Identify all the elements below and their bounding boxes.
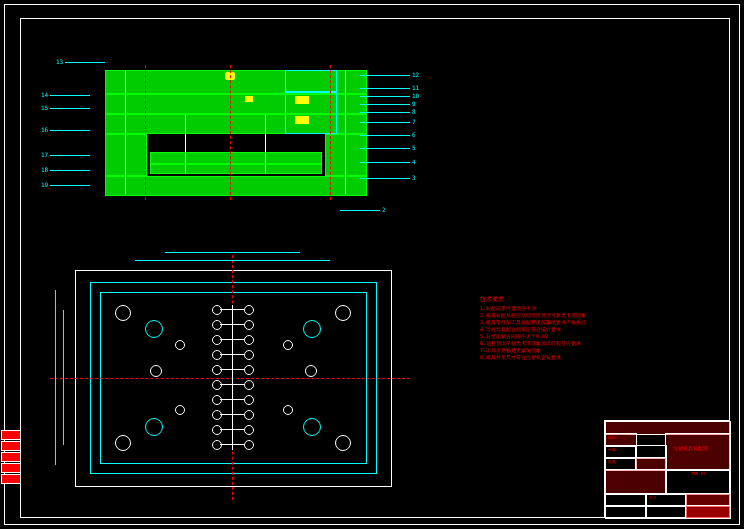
callout-3: 3: [412, 174, 416, 181]
leader: [360, 75, 410, 76]
cav: [212, 320, 222, 330]
cav: [212, 410, 222, 420]
hole-bl: [115, 435, 131, 451]
cav: [244, 320, 254, 330]
side-tab: [1, 474, 21, 484]
leader: [50, 95, 90, 96]
main-runner: [232, 305, 233, 450]
tb-designer: 设计: [608, 435, 616, 440]
dim-line: [135, 260, 330, 261]
notes-line-2: 2.模具装配后各运动部件应灵活可靠无卡滞现象: [480, 312, 586, 319]
notes-line-1: 1.装配前零件需清洗干净: [480, 305, 536, 312]
plan-view: [75, 270, 390, 485]
side-tab: [1, 463, 21, 473]
cav: [212, 365, 222, 375]
centerline-1: [145, 65, 146, 200]
notes-line-4: 4.导柱导套配合间隙应符合设计要求: [480, 326, 561, 333]
cav: [212, 305, 222, 315]
title-block: 注塑模具装配图 设计 审核 批准 1:1 ZSM-01: [604, 420, 730, 518]
callout-5: 5: [412, 144, 416, 151]
leader: [360, 148, 410, 149]
callout-10: 10: [412, 92, 419, 99]
leader: [360, 162, 410, 163]
centerline-3: [330, 65, 331, 200]
cad-canvas: 12 11 10 9 8 7 6 5 4 3 2 13 14 15 16 17 …: [0, 0, 744, 529]
leader: [360, 135, 410, 136]
section-view: [85, 70, 385, 210]
callout-7: 7: [412, 118, 416, 125]
hole-i4: [283, 340, 293, 350]
hole-tr: [335, 305, 351, 321]
hole-i6: [283, 405, 293, 415]
bolt-1: [125, 70, 126, 194]
cav: [244, 440, 254, 450]
callout-18: 18: [41, 166, 48, 173]
guide-4: [303, 418, 321, 436]
tb-checker: 审核: [608, 447, 616, 452]
notes-line-6: 6.顶杆顶出平稳无卡滞现象顶出行程符合要求: [480, 340, 581, 347]
callout-8: 8: [412, 108, 416, 115]
riser-right: [325, 134, 367, 176]
callout-17: 17: [41, 151, 48, 158]
leader: [360, 104, 410, 105]
callout-11: 11: [412, 84, 419, 91]
leader: [50, 108, 90, 109]
cav: [244, 395, 254, 405]
callout-6: 6: [412, 131, 416, 138]
pin-1: [185, 114, 186, 174]
feature-3: [245, 96, 253, 102]
callout-4: 4: [412, 158, 416, 165]
notes-line-5: 5.分型面贴合间隙不大于0.02: [480, 333, 548, 340]
cav: [244, 410, 254, 420]
dim-line: [63, 310, 64, 445]
callout-16: 16: [41, 126, 48, 133]
hole-i1: [150, 365, 162, 377]
notes-line-3: 3.模具零件加工及装配精度按图纸要求严格执行: [480, 319, 586, 326]
tb-drawing-name: 注塑模具装配图: [673, 445, 708, 451]
cavity-array: [210, 300, 256, 455]
leader: [50, 130, 90, 131]
riser-left: [105, 134, 147, 176]
tb-drawing-no: ZSM-01: [691, 471, 705, 476]
pin-2: [265, 114, 266, 174]
cav: [244, 425, 254, 435]
leader: [50, 170, 90, 171]
dim-line: [165, 252, 300, 253]
cav: [244, 305, 254, 315]
guide-3: [145, 418, 163, 436]
hole-i5: [175, 405, 185, 415]
guide-1: [145, 320, 163, 338]
leader: [360, 122, 410, 123]
ejector-plate: [150, 152, 322, 164]
notes-line-7: 7.冷却水路畅通无渗漏现象: [480, 347, 541, 354]
notes-line-8: 8.模具外形尺寸符合注塑机安装要求: [480, 354, 561, 361]
tb-cell: [665, 433, 731, 471]
tb-cell: [605, 469, 667, 495]
hole-i3: [175, 340, 185, 350]
tb-scale: 1:1: [649, 495, 656, 500]
leader: [65, 62, 105, 63]
leader: [50, 155, 90, 156]
side-tab: [1, 430, 21, 440]
cav: [244, 350, 254, 360]
side-tab: [1, 452, 21, 462]
hole-i2: [305, 365, 317, 377]
bolt-2: [345, 70, 346, 194]
guide-2: [303, 320, 321, 338]
notes-title: 技术要求: [480, 295, 504, 303]
callout-9: 9: [412, 100, 416, 107]
callout-13: 13: [56, 58, 63, 65]
leader: [360, 112, 410, 113]
cav: [212, 425, 222, 435]
cav: [212, 440, 222, 450]
ejector-retainer: [150, 164, 322, 174]
cav: [244, 365, 254, 375]
leader: [340, 210, 380, 211]
cav: [244, 335, 254, 345]
callout-12: 12: [412, 71, 419, 78]
callout-14: 14: [41, 91, 48, 98]
cav: [212, 395, 222, 405]
cav: [212, 335, 222, 345]
side-tabs: [1, 430, 21, 485]
callout-19: 19: [41, 181, 48, 188]
